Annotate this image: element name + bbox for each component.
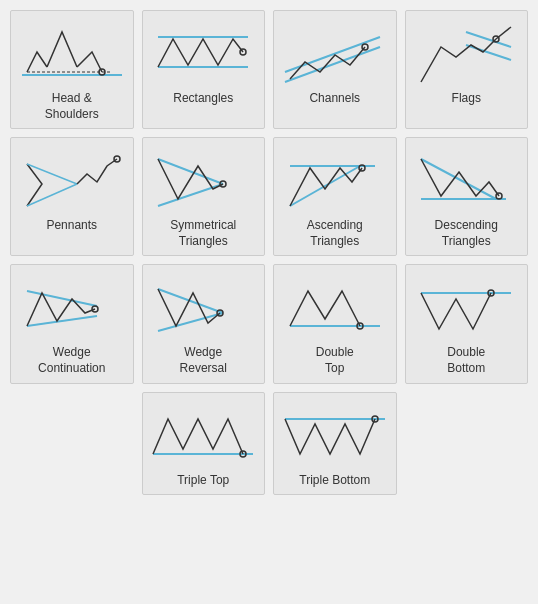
svg-line-15	[158, 159, 223, 184]
card-channels[interactable]: Channels	[273, 10, 397, 129]
card-label: SymmetricalTriangles	[170, 218, 236, 249]
card-wedge-reversal[interactable]: WedgeReversal	[142, 264, 266, 383]
svg-line-16	[158, 184, 223, 206]
card-label: DescendingTriangles	[435, 218, 498, 249]
card-triple-top[interactable]: Triple Top	[142, 392, 266, 496]
card-label: WedgeReversal	[180, 345, 227, 376]
card-label: DoubleTop	[316, 345, 354, 376]
card-ascending-triangles[interactable]: AscendingTriangles	[273, 137, 397, 256]
card-double-top[interactable]: DoubleTop	[273, 264, 397, 383]
card-pennants[interactable]: Pennants	[10, 137, 134, 256]
card-label: Channels	[309, 91, 360, 107]
svg-line-9	[466, 32, 511, 47]
card-rectangles[interactable]: Rectangles	[142, 10, 266, 129]
card-symmetrical-triangles[interactable]: SymmetricalTriangles	[142, 137, 266, 256]
card-label: DoubleBottom	[447, 345, 485, 376]
card-wedge-continuation[interactable]: WedgeContinuation	[10, 264, 134, 383]
card-label: Triple Top	[177, 473, 229, 489]
svg-line-7	[285, 47, 380, 82]
card-label: Pennants	[46, 218, 97, 234]
card-label: AscendingTriangles	[307, 218, 363, 249]
svg-line-6	[285, 37, 380, 72]
card-label: Triple Bottom	[299, 473, 370, 489]
card-flags[interactable]: Flags	[405, 10, 529, 129]
card-head-shoulders[interactable]: Head &Shoulders	[10, 10, 134, 129]
svg-line-28	[158, 313, 223, 331]
svg-line-25	[27, 316, 97, 326]
card-label: Flags	[452, 91, 481, 107]
pattern-grid: Head &Shoulders Rectangles Channels F	[10, 10, 528, 495]
card-triple-bottom[interactable]: Triple Bottom	[273, 392, 397, 496]
card-label: Head &Shoulders	[45, 91, 99, 122]
card-double-bottom[interactable]: DoubleBottom	[405, 264, 529, 383]
card-label: WedgeContinuation	[38, 345, 105, 376]
card-descending-triangles[interactable]: DescendingTriangles	[405, 137, 529, 256]
card-label: Rectangles	[173, 91, 233, 107]
